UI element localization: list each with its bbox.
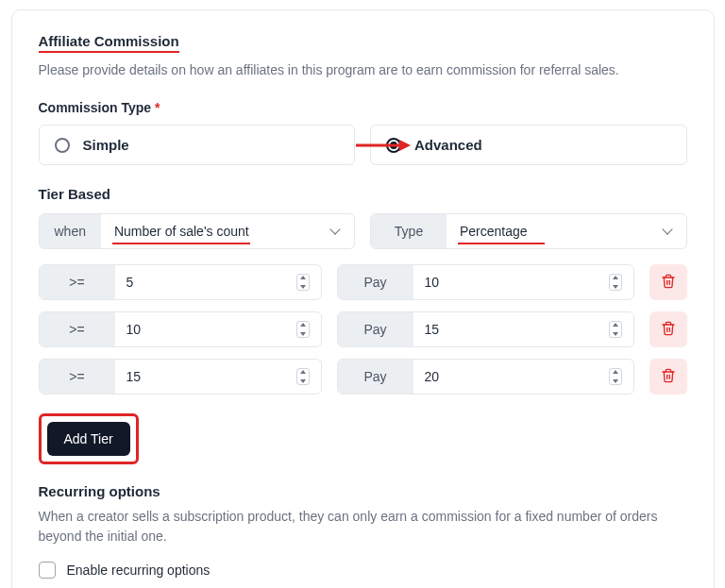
pay-value: 15: [425, 322, 440, 337]
delete-tier-button[interactable]: [649, 264, 687, 300]
pay-group: Pay20: [337, 359, 634, 395]
pay-value: 20: [425, 369, 440, 384]
radio-advanced[interactable]: Advanced: [370, 125, 687, 165]
recurring-checkbox-row[interactable]: Enable recurring options: [39, 562, 687, 579]
checkbox-icon[interactable]: [39, 562, 56, 579]
when-select-value: Number of sale's count: [114, 224, 249, 239]
section-desc: Please provide details on how an affilia…: [39, 62, 687, 77]
threshold-group: >=10: [39, 311, 322, 347]
pay-label: Pay: [338, 265, 413, 299]
number-stepper-icon[interactable]: [609, 274, 622, 291]
underline-annotation: [112, 243, 250, 244]
operator-label: >=: [40, 312, 115, 346]
tier-row: >=10Pay15: [39, 311, 687, 347]
chevron-down-icon: [662, 226, 673, 237]
threshold-input[interactable]: 10: [115, 312, 321, 346]
add-tier-highlight: Add Tier: [39, 413, 139, 464]
number-stepper-icon[interactable]: [296, 274, 310, 291]
type-select[interactable]: Percentage: [447, 214, 686, 248]
tier-row: >=15Pay20: [39, 359, 687, 395]
commission-type-label: Commission Type *: [39, 100, 687, 115]
threshold-input[interactable]: 15: [115, 360, 321, 394]
pay-group: Pay10: [337, 264, 634, 300]
trash-icon: [661, 321, 676, 339]
commission-type-row: Simple Advanced: [39, 125, 687, 165]
number-stepper-icon[interactable]: [609, 321, 622, 338]
when-prefix: when: [40, 214, 101, 248]
radio-advanced-label: Advanced: [414, 137, 482, 153]
radio-simple-label: Simple: [83, 137, 129, 153]
trash-icon: [661, 274, 676, 292]
pay-input[interactable]: 20: [413, 360, 633, 394]
number-stepper-icon[interactable]: [609, 368, 622, 385]
threshold-group: >=5: [39, 264, 322, 300]
threshold-value: 15: [126, 369, 142, 384]
radio-circle-icon: [55, 138, 70, 153]
threshold-group: >=15: [39, 359, 322, 395]
number-stepper-icon[interactable]: [296, 368, 310, 385]
threshold-value: 5: [126, 275, 134, 290]
number-stepper-icon[interactable]: [296, 321, 310, 338]
recurring-title: Recurring options: [39, 483, 687, 499]
tier-based-title: Tier Based: [39, 186, 687, 202]
underline-annotation: [458, 243, 545, 244]
pay-label: Pay: [338, 360, 413, 394]
tier-row: >=5Pay10: [39, 264, 687, 300]
pay-value: 10: [425, 275, 440, 290]
when-select-group: when Number of sale's count: [39, 213, 356, 249]
pay-input[interactable]: 10: [413, 265, 633, 299]
trash-icon: [661, 368, 676, 386]
when-select[interactable]: Number of sale's count: [101, 214, 354, 248]
add-tier-button[interactable]: Add Tier: [47, 422, 130, 456]
operator-label: >=: [40, 265, 115, 299]
pay-label: Pay: [338, 312, 413, 346]
chevron-down-icon: [329, 226, 341, 237]
recurring-checkbox-label: Enable recurring options: [67, 563, 211, 578]
section-title: Affiliate Commission: [39, 33, 179, 53]
type-select-group: Type Percentage: [370, 213, 687, 249]
radio-simple[interactable]: Simple: [39, 125, 356, 165]
radio-circle-checked-icon: [386, 138, 401, 153]
pay-input[interactable]: 15: [413, 312, 633, 346]
operator-label: >=: [40, 360, 115, 394]
threshold-value: 10: [126, 322, 142, 337]
type-select-value: Percentage: [460, 224, 528, 239]
pay-group: Pay15: [337, 311, 634, 347]
recurring-desc: When a creator sells a subscription prod…: [39, 507, 687, 546]
type-prefix: Type: [371, 214, 447, 248]
threshold-input[interactable]: 5: [115, 265, 321, 299]
delete-tier-button[interactable]: [649, 359, 687, 395]
tiers-list: >=5Pay10>=10Pay15>=15Pay20: [39, 264, 687, 395]
tier-select-row: when Number of sale's count Type Percent…: [39, 213, 687, 249]
required-asterisk: *: [155, 100, 160, 115]
delete-tier-button[interactable]: [649, 311, 687, 347]
affiliate-commission-card: Affiliate Commission Please provide deta…: [11, 9, 715, 588]
commission-type-label-text: Commission Type: [39, 100, 152, 115]
